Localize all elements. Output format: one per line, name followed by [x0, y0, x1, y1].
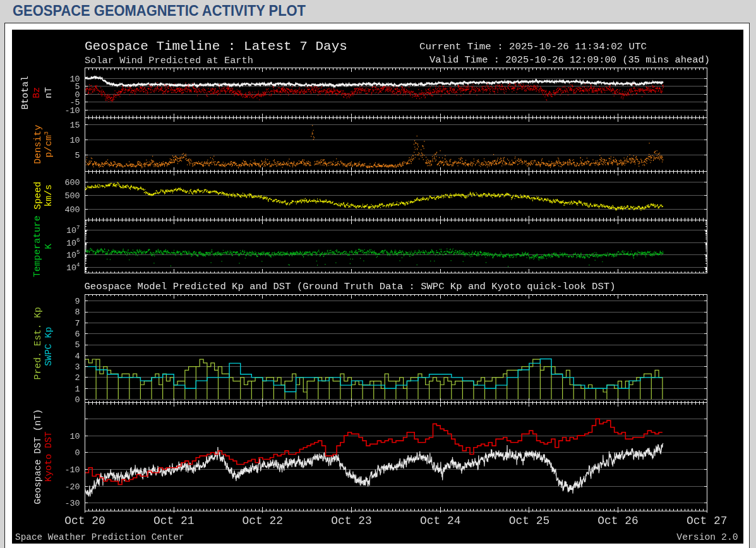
svg-text:K: K [44, 244, 54, 249]
svg-text:p/cm3: p/cm3 [43, 131, 54, 158]
svg-text:SWPC Kp: SWPC Kp [44, 327, 54, 366]
svg-text:Btotal: Btotal [20, 76, 30, 109]
svg-text:Pred. Est. Kp: Pred. Est. Kp [33, 307, 43, 379]
svg-text:-30: -30 [64, 499, 80, 508]
svg-text:5: 5 [75, 340, 80, 350]
svg-text:-20: -20 [64, 482, 80, 492]
svg-text:Geospace Model Predicted Kp an: Geospace Model Predicted Kp and DST (Gro… [85, 281, 616, 292]
svg-text:2: 2 [75, 373, 80, 383]
svg-text:km/s: km/s [44, 184, 54, 207]
svg-text:15: 15 [69, 121, 80, 130]
svg-text:GEOSPACE GEOMAGNETIC ACTIVITY: GEOSPACE GEOMAGNETIC ACTIVITY PLOT [13, 3, 306, 19]
svg-text:5: 5 [75, 151, 80, 160]
svg-text:Density: Density [33, 125, 43, 164]
svg-text:3: 3 [75, 362, 80, 372]
svg-text:Oct 21: Oct 21 [153, 514, 195, 528]
svg-text:8: 8 [75, 307, 80, 317]
svg-text:4: 4 [75, 352, 80, 361]
svg-text:1: 1 [75, 384, 80, 394]
svg-text:10: 10 [69, 432, 80, 441]
svg-text:9: 9 [75, 297, 80, 306]
svg-text:Oct 20: Oct 20 [64, 514, 105, 528]
svg-text:6: 6 [75, 330, 80, 339]
svg-text:400: 400 [64, 205, 80, 215]
svg-text:-10: -10 [64, 465, 80, 475]
svg-text:Oct 22: Oct 22 [243, 514, 284, 528]
svg-text:Oct 25: Oct 25 [509, 514, 550, 528]
svg-text:-10: -10 [64, 106, 80, 116]
svg-text:Bz: Bz [32, 87, 42, 98]
svg-text:Space Weather Prediction Cente: Space Weather Prediction Center [15, 532, 184, 542]
svg-text:500: 500 [64, 191, 80, 201]
svg-text:Oct 26: Oct 26 [597, 514, 639, 528]
svg-text:Version 2.0: Version 2.0 [676, 532, 738, 542]
svg-text:Oct 27: Oct 27 [687, 514, 728, 528]
svg-text:7: 7 [75, 319, 80, 328]
svg-text:Geospace Timeline : Latest 7 D: Geospace Timeline : Latest 7 Days [85, 39, 347, 54]
svg-text:nT: nT [44, 87, 54, 98]
svg-text:Oct 23: Oct 23 [331, 514, 372, 528]
svg-text:Speed: Speed [33, 182, 43, 210]
svg-text:Current Time : 2025-10-26 11:3: Current Time : 2025-10-26 11:34:02 UTC [419, 41, 647, 52]
svg-text:Kyoto DST: Kyoto DST [44, 431, 54, 482]
svg-text:Solar Wind Predicted at Earth: Solar Wind Predicted at Earth [85, 55, 253, 66]
svg-text:Geospace DST (nT): Geospace DST (nT) [33, 409, 43, 504]
svg-text:0: 0 [75, 448, 80, 458]
svg-text:10: 10 [69, 136, 80, 145]
svg-text:Oct 24: Oct 24 [420, 514, 461, 528]
svg-text:600: 600 [64, 178, 80, 188]
svg-text:Valid Time : 2025-10-26 12:09:: Valid Time : 2025-10-26 12:09:00 (35 min… [429, 54, 710, 66]
svg-text:Temperature: Temperature [32, 215, 42, 277]
svg-text:0: 0 [75, 395, 80, 405]
